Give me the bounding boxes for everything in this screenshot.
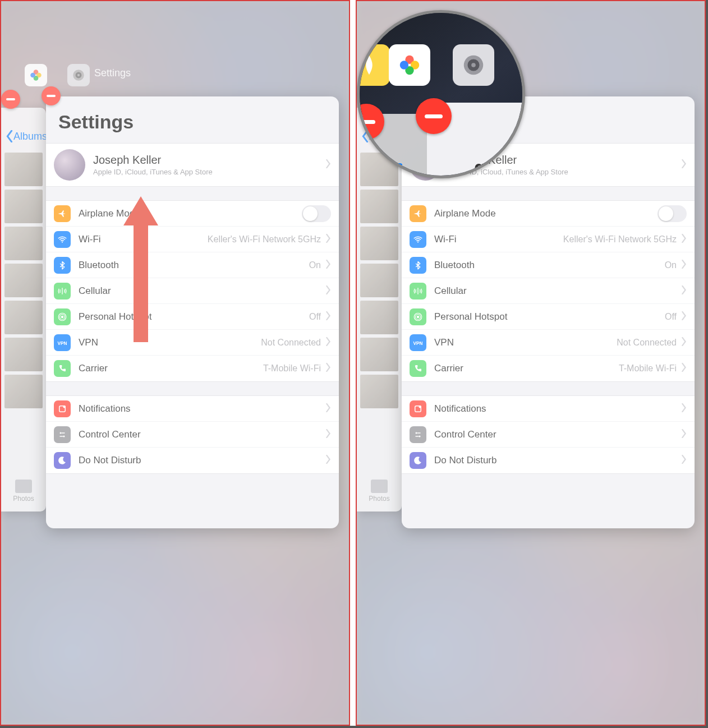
chevron-right-icon xyxy=(325,429,331,440)
close-app-badge-settings-zoom[interactable] xyxy=(416,98,452,134)
airplane-mode-toggle[interactable] xyxy=(302,205,331,222)
cellular-icon xyxy=(54,283,71,300)
chevron-right-icon xyxy=(681,260,687,271)
profile-subtitle: Apple ID, iCloud, iTunes & App Store xyxy=(93,168,325,176)
wifi-icon xyxy=(410,231,426,248)
settings-row-wi-fi[interactable]: Wi-FiKeller's Wi-Fi Network 5GHz xyxy=(46,227,339,252)
chevron-right-icon xyxy=(325,363,331,374)
row-label: Cellular xyxy=(79,285,325,297)
settings-row-carrier[interactable]: CarrierT-Mobile Wi-Fi xyxy=(402,356,695,381)
profile-subtitle: Apple ID, iCloud, iTunes & App Store xyxy=(449,168,681,176)
photos-back-albums[interactable]: Albums xyxy=(6,130,46,142)
chevron-right-icon xyxy=(681,311,687,322)
settings-row-cellular[interactable]: Cellular xyxy=(46,278,339,304)
chevron-right-icon xyxy=(325,311,331,322)
row-label: Control Center xyxy=(79,429,325,440)
chevron-right-icon xyxy=(325,234,331,245)
close-app-badge-settings[interactable] xyxy=(42,86,61,105)
settings-app-icon xyxy=(67,64,90,86)
airplane-icon xyxy=(410,205,426,222)
chevron-right-icon xyxy=(325,285,331,297)
chevron-right-icon xyxy=(681,285,687,297)
svg-point-3 xyxy=(30,73,35,78)
chevron-right-icon xyxy=(681,159,687,171)
row-label: Bluetooth xyxy=(79,260,309,271)
settings-row-do-not-disturb[interactable]: Do Not Disturb xyxy=(402,448,695,473)
chevron-right-icon xyxy=(681,363,687,374)
settings-row-personal-hotspot[interactable]: Personal HotspotOff xyxy=(402,304,695,330)
carrier-icon xyxy=(54,360,71,377)
bluetooth-icon xyxy=(410,257,426,274)
photos-tab[interactable]: Photos xyxy=(357,480,402,503)
settings-row-wi-fi[interactable]: Wi-FiKeller's Wi-Fi Network 5GHz xyxy=(402,227,695,252)
settings-row-vpn[interactable]: VPNVPNNot Connected xyxy=(46,330,339,356)
hotspot-icon xyxy=(410,308,426,325)
settings-app-icon-zoom xyxy=(453,44,494,86)
row-label: Bluetooth xyxy=(434,260,665,271)
row-value: T-Mobile Wi-Fi xyxy=(263,363,321,374)
settings-row-airplane-mode[interactable]: Airplane Mode xyxy=(402,201,695,227)
carrier-icon xyxy=(410,360,426,377)
svg-point-15 xyxy=(63,435,65,437)
settings-row-cellular[interactable]: Cellular xyxy=(402,278,695,304)
settings-row-notifications[interactable]: Notifications xyxy=(402,396,695,422)
cellular-icon xyxy=(410,283,426,300)
row-value: T-Mobile Wi-Fi xyxy=(619,363,677,374)
hotspot-icon xyxy=(54,308,71,325)
row-label: Notifications xyxy=(434,403,681,414)
photos-tab-label: Photos xyxy=(13,495,34,503)
row-label: Wi-Fi xyxy=(79,234,208,245)
photos-thumbnails xyxy=(4,153,43,461)
svg-point-18 xyxy=(417,315,420,318)
row-label: Control Center xyxy=(434,429,681,440)
settings-row-do-not-disturb[interactable]: Do Not Disturb xyxy=(46,448,339,473)
photos-tab-icon xyxy=(15,480,32,493)
row-label: Airplane Mode xyxy=(79,208,302,219)
photos-app-icon xyxy=(25,64,47,86)
notifications-icon xyxy=(410,400,426,417)
close-app-badge-photos[interactable] xyxy=(1,90,20,109)
photos-app-icon-zoom xyxy=(389,44,430,86)
row-value: On xyxy=(309,260,321,270)
system-group: NotificationsControl CenterDo Not Distur… xyxy=(46,395,339,474)
settings-row-airplane-mode[interactable]: Airplane Mode xyxy=(46,201,339,227)
tutorial-step-right: Albums Photos Settings Joseph Keller App… xyxy=(356,0,706,726)
control-icon xyxy=(54,426,71,443)
row-label: Airplane Mode xyxy=(434,208,658,219)
connectivity-group: Airplane ModeWi-FiKeller's Wi-Fi Network… xyxy=(46,200,339,382)
settings-row-personal-hotspot[interactable]: Personal HotspotOff xyxy=(46,304,339,330)
photos-tab-icon xyxy=(371,480,388,493)
photos-card-background[interactable]: Albums Photos xyxy=(357,108,402,512)
settings-row-carrier[interactable]: CarrierT-Mobile Wi-Fi xyxy=(46,356,339,381)
chevron-right-icon xyxy=(325,455,331,466)
settings-row-bluetooth[interactable]: BluetoothOn xyxy=(46,252,339,278)
settings-row-vpn[interactable]: VPNVPNNot Connected xyxy=(402,330,695,356)
row-value: Not Connected xyxy=(261,338,321,348)
photos-card-background[interactable]: Albums Photos xyxy=(1,108,46,512)
svg-point-32 xyxy=(471,63,476,67)
row-value: On xyxy=(665,260,677,270)
svg-point-17 xyxy=(417,241,419,242)
row-value: Not Connected xyxy=(617,338,677,348)
airplane-icon xyxy=(54,205,71,222)
row-value: Keller's Wi-Fi Network 5GHz xyxy=(208,234,321,245)
svg-text:VPN: VPN xyxy=(413,340,423,345)
svg-point-24 xyxy=(416,432,417,434)
apple-id-row[interactable]: Joseph Keller Apple ID, iCloud, iTunes &… xyxy=(46,144,339,186)
svg-point-7 xyxy=(62,241,63,242)
airplane-mode-toggle[interactable] xyxy=(658,205,687,222)
settings-row-notifications[interactable]: Notifications xyxy=(46,396,339,422)
row-label: VPN xyxy=(79,337,261,348)
row-label: Carrier xyxy=(79,363,263,374)
settings-row-bluetooth[interactable]: BluetoothOn xyxy=(402,252,695,278)
photos-tab[interactable]: Photos xyxy=(1,480,46,503)
chevron-right-icon xyxy=(681,455,687,466)
app-switcher-label: Settings xyxy=(94,67,131,79)
row-label: VPN xyxy=(434,337,617,348)
chevron-right-icon xyxy=(681,429,687,440)
svg-point-23 xyxy=(419,406,422,408)
settings-card[interactable]: Settings Joseph Keller Apple ID, iCloud,… xyxy=(46,96,339,528)
profile-group: Joseph Keller Apple ID, iCloud, iTunes &… xyxy=(46,143,339,187)
settings-row-control-center[interactable]: Control Center xyxy=(402,422,695,448)
settings-row-control-center[interactable]: Control Center xyxy=(46,422,339,448)
